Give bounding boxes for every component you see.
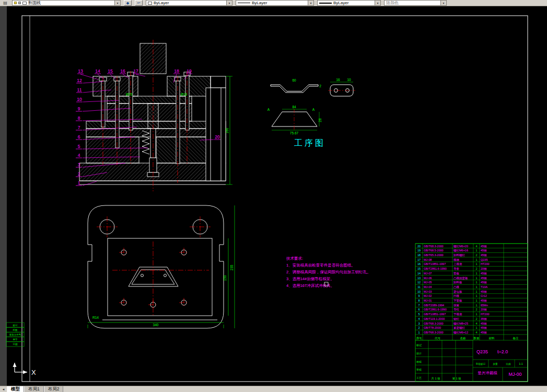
make-layer-current-button[interactable]: ◆ bbox=[124, 0, 132, 6]
callout-number[interactable]: 18 bbox=[174, 68, 179, 74]
bom-header: 序号 bbox=[416, 337, 423, 340]
titleblock-sign-label: 校核 bbox=[416, 360, 422, 363]
bom-cell: MJ-07 bbox=[424, 272, 432, 275]
callout-number[interactable]: 11 bbox=[77, 87, 82, 93]
bom-cell: 卸料板 bbox=[453, 281, 462, 284]
tab-layout2[interactable]: 布局2 bbox=[44, 386, 64, 392]
bom-cell: 20钢 bbox=[481, 267, 487, 270]
drawing-canvas[interactable]: 工序图 技术要求:1、安装模具前检查零件是否符合图纸。2、调整模具间隙，保证间隙… bbox=[0, 6, 547, 386]
bom-cell: GB/T68.5-2000 bbox=[424, 249, 444, 252]
bom-cell: 4 bbox=[475, 331, 477, 334]
tab-layout1[interactable]: 布局1 bbox=[24, 386, 44, 392]
layer-previous-button[interactable]: ↩ bbox=[135, 0, 143, 6]
bom-cell: 导套 bbox=[453, 267, 460, 270]
bom-cell: 1 bbox=[475, 281, 477, 284]
callout-number[interactable]: 15 bbox=[108, 68, 113, 74]
callout-number[interactable]: 16 bbox=[120, 68, 125, 74]
dimension-text: Ø25 bbox=[126, 93, 133, 96]
bom-cell: 模柄 bbox=[453, 258, 460, 262]
bom-cell: 45钢 bbox=[481, 272, 487, 275]
layer-combo-value: 剖面线 bbox=[28, 1, 41, 6]
bom-cell: 2 bbox=[418, 326, 420, 329]
bom-cell: 18 bbox=[417, 253, 421, 257]
bom-cell: 螺钉M8×25 bbox=[453, 322, 468, 325]
callout-number[interactable]: 2 bbox=[78, 171, 80, 177]
callout-number[interactable]: 6 bbox=[78, 134, 80, 140]
bom-cell: 45钢 bbox=[481, 253, 487, 257]
dimension-text: A bbox=[267, 108, 270, 111]
die-block-left[interactable] bbox=[86, 137, 139, 163]
callout-number[interactable]: 9 bbox=[78, 106, 80, 111]
callout-number[interactable]: 14 bbox=[95, 68, 100, 74]
callout-number[interactable]: 7 bbox=[78, 125, 80, 130]
bom-cell: 1 bbox=[475, 276, 477, 280]
window-edge bbox=[0, 6, 7, 386]
layer-color-chip bbox=[22, 2, 27, 5]
callout-number[interactable]: 8 bbox=[78, 116, 80, 121]
callout-number[interactable]: 5 bbox=[78, 144, 80, 149]
bom-cell: 11 bbox=[417, 285, 421, 289]
layers-icon[interactable]: ▤ bbox=[2, 1, 9, 6]
callout-number[interactable]: 20 bbox=[215, 134, 220, 140]
color-combo[interactable]: ByLayer ▼ bbox=[146, 0, 232, 6]
titleblock-sign-label: 审核 bbox=[416, 368, 422, 371]
bom-cell: 45钢 bbox=[481, 322, 487, 325]
bom-cell: 5 bbox=[418, 313, 420, 316]
callout-number[interactable]: 1 bbox=[78, 180, 80, 186]
sheet-total: 共 1 张 bbox=[430, 377, 440, 381]
bom-cell: GB/T68.3-2000 bbox=[424, 331, 444, 334]
plotstyle-combo[interactable]: 随颜色 ▼ bbox=[384, 0, 447, 6]
bom-cell: 2 bbox=[475, 317, 477, 320]
stage-label: 阶段标记 bbox=[476, 362, 486, 366]
callout-number[interactable]: 19 bbox=[187, 68, 192, 74]
bom-cell: 1 bbox=[475, 299, 477, 302]
bom-header: 数量 bbox=[474, 337, 480, 340]
margin-label: 更改文件号 bbox=[9, 333, 21, 336]
guide-plate[interactable] bbox=[86, 129, 226, 137]
chevron-down-icon[interactable]: ▼ bbox=[375, 1, 380, 5]
bom-cell: 45钢 bbox=[481, 331, 487, 334]
callout-number[interactable]: 10 bbox=[77, 97, 82, 102]
tab-model[interactable]: 模型 bbox=[7, 386, 24, 392]
lineweight-combo[interactable]: ByLayer ▼ bbox=[317, 0, 381, 6]
callout-number[interactable]: 12 bbox=[77, 78, 82, 83]
bom-cell: GB/T10851-1997 bbox=[424, 313, 446, 316]
bom-cell: 14 bbox=[417, 272, 421, 275]
bom-cell: 4 bbox=[475, 245, 477, 248]
bom-cell: MJ-01 bbox=[424, 299, 432, 302]
plotstyle-combo-value: 随颜色 bbox=[386, 1, 399, 6]
callout-number[interactable]: 4 bbox=[78, 153, 80, 158]
bom-cell: T10A bbox=[481, 285, 487, 289]
bom-cell: Q235 bbox=[481, 258, 487, 261]
process-diagram-title[interactable]: 工序图 bbox=[294, 139, 325, 147]
bom-cell: GB/T119.1-2000 bbox=[424, 317, 445, 320]
chevron-down-icon[interactable]: ▼ bbox=[440, 1, 446, 5]
bom-cell: MJ-04 bbox=[424, 285, 432, 289]
bom-cell: 1 bbox=[475, 326, 477, 329]
bom-cell: 45钢 bbox=[481, 245, 487, 248]
bom-header: 代号 bbox=[434, 337, 441, 340]
bom-cell: 6 bbox=[418, 308, 420, 311]
bom-cell: 4 bbox=[475, 322, 477, 325]
chevron-down-icon[interactable]: ▼ bbox=[114, 1, 120, 5]
bom-cell: 销钉 bbox=[453, 317, 460, 320]
bom-cell: 1 bbox=[475, 258, 477, 261]
callout-number[interactable]: 3 bbox=[78, 162, 80, 167]
bom-cell: 凹模 bbox=[453, 294, 460, 297]
linetype-combo[interactable]: ByLayer ▼ bbox=[236, 0, 314, 6]
dimension-text: A bbox=[312, 108, 315, 111]
dimension-text: 16 bbox=[336, 78, 340, 82]
chevron-down-icon[interactable]: ▼ bbox=[308, 1, 313, 5]
callout-number[interactable]: 17 bbox=[133, 68, 138, 74]
tab-nav-icon[interactable]: ◄ bbox=[0, 386, 7, 392]
bom-cell: MJ-03 bbox=[424, 290, 432, 293]
bom-cell: 下垫板 bbox=[453, 299, 462, 303]
dimension-text: 2 bbox=[319, 84, 321, 88]
bom-cell: 4 bbox=[418, 317, 420, 320]
chevron-down-icon[interactable]: ▼ bbox=[226, 1, 232, 5]
bom-header: 材料 bbox=[488, 337, 495, 340]
layer-combo[interactable]: 剖面线 ▼ bbox=[12, 0, 121, 6]
callout-number[interactable]: 13 bbox=[78, 68, 83, 74]
bom-cell: 12 bbox=[417, 281, 421, 284]
bom-cell: GB/T2089-1994 bbox=[424, 304, 444, 307]
